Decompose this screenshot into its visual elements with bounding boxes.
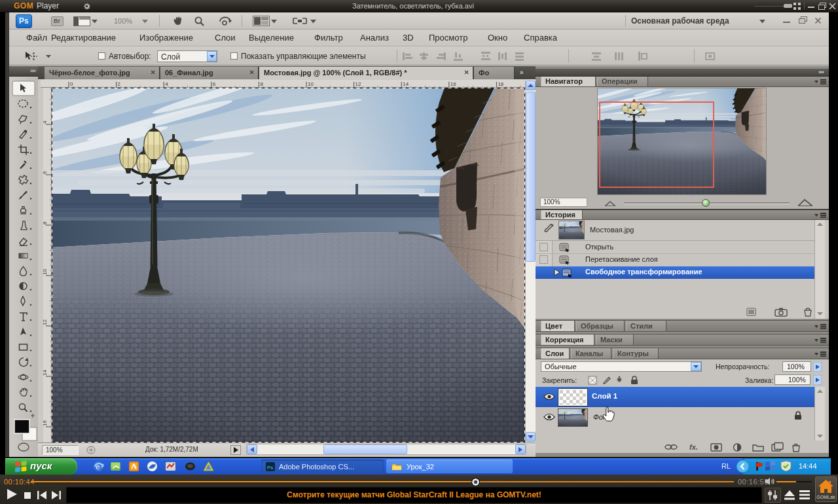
svg-text:4: 4	[165, 81, 168, 87]
svg-text:14: 14	[43, 370, 48, 376]
svg-text:6: 6	[213, 81, 216, 87]
svg-text:16: 16	[43, 420, 48, 426]
svg-text:Ps: Ps	[267, 465, 273, 471]
svg-text:10: 10	[308, 81, 314, 87]
svg-text:fx.: fx.	[689, 443, 698, 451]
svg-text:16: 16	[450, 81, 456, 87]
svg-text:12: 12	[43, 319, 48, 325]
svg-text:4: 4	[43, 120, 48, 124]
svg-text:12: 12	[355, 81, 361, 87]
svg-text:6: 6	[43, 171, 48, 174]
svg-text:8: 8	[260, 81, 263, 87]
svg-text:10: 10	[43, 269, 48, 275]
svg-text:8: 8	[43, 221, 48, 225]
svg-text:.: .	[742, 446, 743, 452]
svg-text:2: 2	[118, 81, 121, 87]
svg-text:e: e	[96, 463, 100, 471]
svg-text:14: 14	[403, 81, 409, 87]
svg-text:18: 18	[498, 81, 503, 87]
svg-text:0: 0	[70, 81, 73, 87]
